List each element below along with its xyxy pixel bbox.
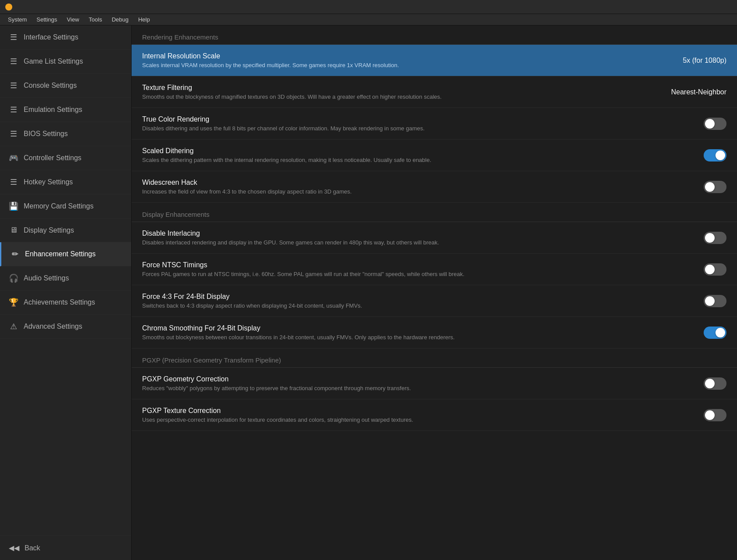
main-layout: ☰ Interface Settings ☰ Game List Setting… — [0, 25, 737, 560]
setting-info-force-ntsc: Force NTSC Timings Forces PAL games to r… — [142, 261, 704, 277]
audio-icon: 🎧 — [9, 273, 18, 283]
section-header-rendering-enhancements: Rendering Enhancements — [132, 25, 737, 45]
menu-item-view[interactable]: View — [62, 15, 83, 24]
setting-info-internal-resolution: Internal Resolution Scale Scales interna… — [142, 52, 648, 68]
setting-title-chroma-smoothing: Chroma Smoothing For 24-Bit Display — [142, 324, 695, 332]
toggle-thumb-scaled-dithering — [716, 151, 725, 160]
hotkey-icon: ☰ — [9, 177, 18, 187]
setting-row-pgxp-geometry: PGXP Geometry Correction Reduces "wobbly… — [132, 368, 737, 399]
setting-desc-texture-filtering: Smooths out the blockyness of magnified … — [142, 93, 639, 100]
setting-info-true-color: True Color Rendering Disables dithering … — [142, 115, 704, 132]
sidebar-item-hotkey[interactable]: ☰ Hotkey Settings — [0, 170, 131, 194]
toggle-scaled-dithering[interactable] — [704, 149, 726, 162]
sidebar-item-advanced[interactable]: ⚠ Advanced Settings — [0, 315, 131, 339]
toggle-track-disable-interlacing[interactable] — [704, 232, 726, 244]
sidebar-label-display: Display Settings — [24, 226, 74, 234]
setting-desc-chroma-smoothing: Smooths out blockyness between colour tr… — [142, 334, 695, 341]
sidebar-label-enhancement: Enhancement Settings — [25, 250, 96, 258]
title-bar — [0, 0, 737, 14]
setting-info-pgxp-texture: PGXP Texture Correction Uses perspective… — [142, 407, 704, 423]
back-label: Back — [25, 544, 40, 552]
enhancement-icon: ✏ — [10, 249, 20, 259]
menu-item-settings[interactable]: Settings — [32, 15, 61, 24]
setting-row-widescreen-hack: Widescreen Hack Increases the field of v… — [132, 171, 737, 203]
toggle-track-widescreen-hack[interactable] — [704, 181, 726, 193]
sidebar-label-audio: Audio Settings — [24, 274, 69, 282]
sidebar-item-controller[interactable]: 🎮 Controller Settings — [0, 146, 131, 170]
toggle-force-ntsc[interactable] — [704, 263, 726, 276]
sidebar-item-interface[interactable]: ☰ Interface Settings — [0, 25, 131, 50]
toggle-true-color[interactable] — [704, 118, 726, 130]
back-icon: ◀◀ — [9, 544, 19, 552]
toggle-track-pgxp-geometry[interactable] — [704, 377, 726, 390]
toggle-chroma-smoothing[interactable] — [704, 327, 726, 339]
setting-row-chroma-smoothing: Chroma Smoothing For 24-Bit Display Smoo… — [132, 317, 737, 348]
close-button[interactable] — [712, 0, 732, 14]
minimize-button[interactable] — [668, 0, 688, 14]
setting-row-pgxp-texture: PGXP Texture Correction Uses perspective… — [132, 399, 737, 431]
toggle-disable-interlacing[interactable] — [704, 232, 726, 244]
setting-desc-true-color: Disables dithering and uses the full 8 b… — [142, 125, 695, 132]
setting-title-disable-interlacing: Disable Interlacing — [142, 230, 695, 237]
menu-item-debug[interactable]: Debug — [107, 15, 133, 24]
setting-row-internal-resolution: Internal Resolution Scale Scales interna… — [132, 45, 737, 76]
gamelist-icon: ☰ — [9, 57, 18, 66]
toggle-widescreen-hack[interactable] — [704, 181, 726, 193]
toggle-track-pgxp-texture[interactable] — [704, 409, 726, 421]
sidebar-item-gamelist[interactable]: ☰ Game List Settings — [0, 50, 131, 74]
maximize-button[interactable] — [690, 0, 710, 14]
setting-desc-scaled-dithering: Scales the dithering pattern with the in… — [142, 157, 695, 163]
sidebar-label-advanced: Advanced Settings — [24, 323, 82, 330]
sidebar-label-memcard: Memory Card Settings — [24, 202, 93, 210]
setting-title-widescreen-hack: Widescreen Hack — [142, 179, 695, 187]
setting-info-scaled-dithering: Scaled Dithering Scales the dithering pa… — [142, 147, 704, 163]
back-button[interactable]: ◀◀Back — [0, 535, 131, 560]
title-bar-controls — [668, 0, 732, 14]
sidebar-label-bios: BIOS Settings — [24, 130, 68, 138]
achievements-icon: 🏆 — [9, 298, 18, 307]
toggle-thumb-disable-interlacing — [705, 233, 715, 243]
section-header-display-enhancements: Display Enhancements — [132, 203, 737, 222]
toggle-thumb-force-43 — [705, 296, 715, 306]
sidebar-item-emulation[interactable]: ☰ Emulation Settings — [0, 98, 131, 122]
sidebar-item-display[interactable]: 🖥 Display Settings — [0, 219, 131, 242]
sidebar-item-bios[interactable]: ☰ BIOS Settings — [0, 122, 131, 146]
setting-value-texture-filtering[interactable]: Nearest-Neighbor — [648, 88, 726, 96]
menu-bar: SystemSettingsViewToolsDebugHelp — [0, 14, 737, 25]
setting-info-force-43: Force 4:3 For 24-Bit Display Switches ba… — [142, 293, 704, 309]
setting-desc-widescreen-hack: Increases the field of view from 4:3 to … — [142, 188, 695, 195]
setting-title-force-43: Force 4:3 For 24-Bit Display — [142, 293, 695, 301]
menu-item-system[interactable]: System — [4, 15, 31, 24]
toggle-track-true-color[interactable] — [704, 118, 726, 130]
setting-title-texture-filtering: Texture Filtering — [142, 84, 639, 92]
emulation-icon: ☰ — [9, 105, 18, 115]
toggle-force-43[interactable] — [704, 295, 726, 307]
sidebar-label-console: Console Settings — [24, 82, 77, 90]
menu-item-help[interactable]: Help — [134, 15, 154, 24]
sidebar-item-console[interactable]: ☰ Console Settings — [0, 74, 131, 98]
setting-title-scaled-dithering: Scaled Dithering — [142, 147, 695, 155]
sidebar-item-enhancement[interactable]: ✏ Enhancement Settings — [0, 242, 131, 266]
setting-row-true-color: True Color Rendering Disables dithering … — [132, 108, 737, 140]
sidebar-item-memcard[interactable]: 💾 Memory Card Settings — [0, 194, 131, 219]
toggle-pgxp-texture[interactable] — [704, 409, 726, 421]
toggle-pgxp-geometry[interactable] — [704, 377, 726, 390]
toggle-thumb-chroma-smoothing — [716, 328, 725, 337]
menu-item-tools[interactable]: Tools — [84, 15, 106, 24]
setting-row-force-43: Force 4:3 For 24-Bit Display Switches ba… — [132, 285, 737, 317]
setting-info-chroma-smoothing: Chroma Smoothing For 24-Bit Display Smoo… — [142, 324, 704, 341]
sidebar-item-audio[interactable]: 🎧 Audio Settings — [0, 266, 131, 291]
console-icon: ☰ — [9, 81, 18, 90]
toggle-track-scaled-dithering[interactable] — [704, 149, 726, 162]
setting-row-scaled-dithering: Scaled Dithering Scales the dithering pa… — [132, 140, 737, 171]
display-icon: 🖥 — [9, 226, 18, 235]
section-header-pgxp: PGXP (Precision Geometry Transform Pipel… — [132, 348, 737, 368]
toggle-track-force-ntsc[interactable] — [704, 263, 726, 276]
toggle-track-chroma-smoothing[interactable] — [704, 327, 726, 339]
sidebar-item-achievements[interactable]: 🏆 Achievements Settings — [0, 291, 131, 315]
setting-row-disable-interlacing: Disable Interlacing Disables interlaced … — [132, 222, 737, 254]
setting-value-internal-resolution[interactable]: 5x (for 1080p) — [648, 57, 726, 65]
memcard-icon: 💾 — [9, 201, 18, 211]
app-icon — [5, 4, 12, 11]
toggle-track-force-43[interactable] — [704, 295, 726, 307]
